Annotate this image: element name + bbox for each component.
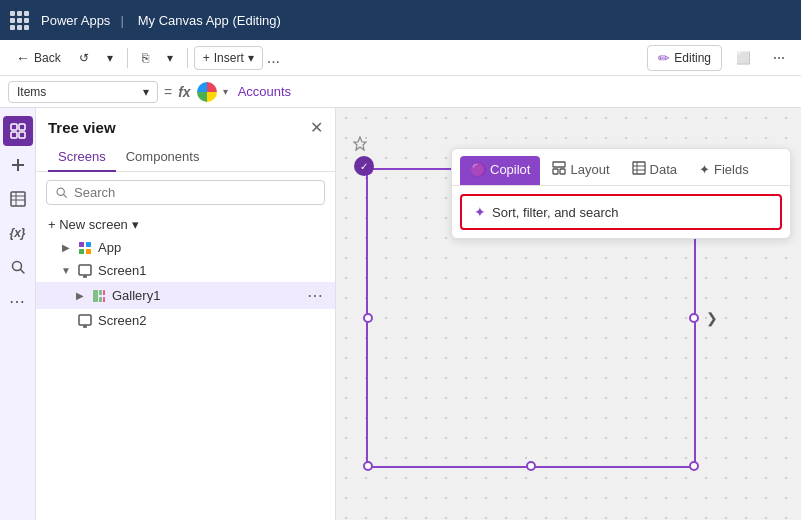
screen2-label: Screen2 (98, 313, 146, 328)
more-button[interactable]: ... (267, 49, 280, 67)
formula-color-icon (197, 82, 217, 102)
handle-mid-right[interactable] (689, 313, 699, 323)
main-layout: {x} ⋯ Tree view ✕ Screens Components + N… (0, 108, 801, 520)
svg-rect-6 (11, 192, 25, 206)
copilot-icon: 🟣 (470, 162, 486, 177)
svg-rect-15 (86, 242, 91, 247)
svg-rect-31 (560, 169, 565, 174)
editing-label: Editing (674, 51, 711, 65)
svg-rect-24 (103, 290, 105, 295)
rail-icon-variables[interactable]: {x} (3, 218, 33, 248)
tab-components[interactable]: Components (116, 143, 210, 172)
tree-item-gallery1[interactable]: ▶ Gallery1 ⋯ (36, 282, 335, 309)
screen1-label: Screen1 (98, 263, 146, 278)
pin-icon (352, 136, 368, 155)
rail-icon-table[interactable] (3, 184, 33, 214)
view-icon: ⬜ (736, 51, 751, 65)
handle-bottom-mid[interactable] (526, 461, 536, 471)
tab-layout[interactable]: Layout (542, 155, 619, 186)
more-options-button[interactable]: ⋯ (765, 47, 793, 69)
data-label: Data (650, 162, 677, 177)
rail-icon-add[interactable] (3, 150, 33, 180)
svg-line-11 (20, 270, 24, 274)
gallery1-icon (92, 289, 106, 303)
tree-close-button[interactable]: ✕ (310, 118, 323, 137)
tab-screens[interactable]: Screens (48, 143, 116, 172)
tree-header: Tree view ✕ (36, 108, 335, 143)
dropdown-caret-2[interactable]: ▾ (159, 47, 181, 69)
back-button[interactable]: ← Back (8, 46, 69, 70)
formula-value: Accounts (238, 84, 291, 99)
waffle-icon[interactable] (10, 11, 29, 30)
gallery1-caret: ▶ (74, 290, 86, 301)
handle-bottom-left[interactable] (363, 461, 373, 471)
items-dropdown[interactable]: Items ▾ (8, 81, 158, 103)
screen1-icon (78, 264, 92, 278)
editing-button[interactable]: ✏ Editing (647, 45, 722, 71)
app-name: Power Apps (41, 13, 110, 28)
app-label: App (98, 240, 121, 255)
tree-tabs: Screens Components (36, 143, 335, 172)
plus-icon: + (203, 51, 210, 65)
new-screen-button[interactable]: + New screen ▾ (36, 213, 335, 236)
tab-fields[interactable]: ✦ Fields (689, 156, 759, 185)
screen1-caret: ▼ (60, 265, 72, 276)
tab-copilot[interactable]: 🟣 Copilot (460, 156, 540, 185)
svg-rect-32 (633, 162, 645, 174)
new-screen-caret: ▾ (132, 217, 139, 232)
new-screen-label: + New screen (48, 217, 128, 232)
gallery1-more-button[interactable]: ⋯ (307, 286, 323, 305)
tree-item-screen1[interactable]: ▼ Screen1 (36, 259, 335, 282)
copy-icon: ⎘ (142, 51, 149, 65)
gallery1-label: Gallery1 (112, 288, 160, 303)
back-icon: ← (16, 50, 30, 66)
gallery-edit-icon[interactable]: ✓ (354, 156, 374, 176)
sort-filter-label: Sort, filter, and search (492, 205, 618, 220)
search-input[interactable] (74, 185, 316, 200)
app-icon (78, 241, 92, 255)
rail-icon-more[interactable]: ⋯ (3, 286, 33, 316)
canvas-area[interactable]: ✓ ❯ 🟣 Copilot Layout (336, 108, 801, 520)
view-icon-button[interactable]: ⬜ (728, 47, 759, 69)
tree-search-box[interactable] (46, 180, 325, 205)
rail-icon-screens[interactable] (3, 116, 33, 146)
rail-icon-search[interactable] (3, 252, 33, 282)
copy-button[interactable]: ⎘ (134, 47, 157, 69)
undo-icon: ↺ (79, 51, 89, 65)
canvas-title: My Canvas App (Editing) (138, 13, 281, 28)
handle-bottom-right[interactable] (689, 461, 699, 471)
svg-rect-29 (553, 162, 565, 167)
formula-bar: Items ▾ = fx ▾ Accounts (0, 76, 801, 108)
dropdown-caret-1[interactable]: ▾ (99, 47, 121, 69)
svg-line-13 (64, 195, 67, 198)
app-caret: ▶ (60, 242, 72, 253)
tree-view-title: Tree view (48, 119, 116, 136)
tree-item-screen2[interactable]: ▶ Screen2 (36, 309, 335, 332)
insert-label: Insert (214, 51, 244, 65)
insert-button[interactable]: + Insert ▾ (194, 46, 263, 70)
svg-rect-17 (86, 249, 91, 254)
handle-mid-left[interactable] (363, 313, 373, 323)
svg-rect-26 (79, 315, 91, 325)
title-separator: | (120, 13, 123, 28)
tree-item-app[interactable]: ▶ App (36, 236, 335, 259)
back-label: Back (34, 51, 61, 65)
ellipsis-icon: ⋯ (773, 51, 785, 65)
property-panel: 🟣 Copilot Layout Data (451, 148, 791, 239)
tab-data[interactable]: Data (622, 155, 687, 186)
caret-down-icon-2: ▾ (167, 51, 173, 65)
sort-filter-icon: ✦ (474, 204, 486, 220)
svg-rect-16 (79, 249, 84, 254)
svg-rect-0 (11, 124, 17, 130)
fields-label: Fields (714, 162, 749, 177)
sort-filter-action[interactable]: ✦ Sort, filter, and search (460, 194, 782, 230)
undo-button[interactable]: ↺ (71, 47, 97, 69)
svg-rect-18 (79, 265, 91, 275)
separator-1 (127, 48, 128, 68)
fields-icon: ✦ (699, 162, 710, 177)
tree-items: ▶ App ▼ Screen1 ▶ Gallery1 (36, 236, 335, 520)
caret-down-icon: ▾ (107, 51, 113, 65)
svg-rect-22 (99, 290, 102, 295)
search-icon (55, 186, 68, 199)
copilot-label: Copilot (490, 162, 530, 177)
